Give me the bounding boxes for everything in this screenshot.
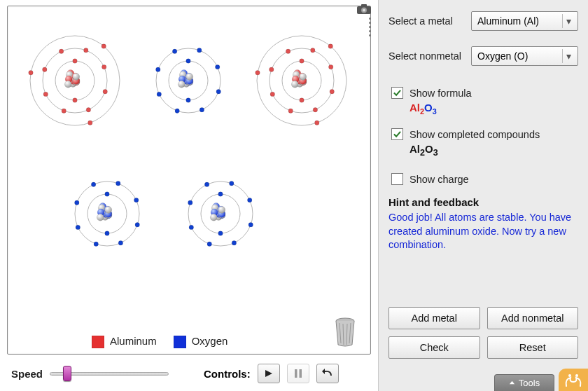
svg-point-38 (197, 48, 202, 53)
check-icon (393, 130, 401, 138)
svg-point-18 (88, 121, 92, 125)
svg-point-57 (178, 81, 185, 88)
select-nonmetal-value: Oxygen (O) (477, 50, 528, 62)
svg-point-35 (186, 59, 190, 63)
svg-point-74 (315, 121, 319, 125)
svg-rect-1 (361, 4, 367, 7)
simulation-stage[interactable]: Aluminum Oxygen (7, 6, 371, 355)
check-icon (393, 89, 401, 97)
legend-swatch-metal (92, 336, 104, 348)
svg-point-31 (64, 81, 71, 88)
svg-point-97 (118, 241, 122, 245)
svg-point-3 (363, 9, 365, 12)
legend-nonmetal-label: Oxygen (192, 335, 228, 347)
svg-point-43 (157, 92, 161, 96)
hint-text: Good job! All atoms are stable. You have… (388, 211, 578, 252)
pause-button[interactable] (287, 364, 309, 383)
atom-oxygen[interactable] (72, 179, 142, 249)
svg-point-17 (102, 44, 106, 48)
svg-point-125 (189, 225, 193, 229)
svg-point-126 (188, 200, 192, 205)
svg-point-123 (232, 241, 236, 245)
svg-point-14 (43, 67, 47, 71)
chevron-down-icon: ▾ (562, 14, 575, 28)
svg-point-6 (73, 98, 77, 102)
rewind-button[interactable] (316, 364, 339, 383)
atom-aluminum[interactable] (27, 33, 122, 128)
svg-point-87 (291, 81, 298, 88)
svg-point-15 (59, 49, 63, 53)
svg-point-59 (186, 73, 193, 80)
svg-point-139 (210, 214, 217, 221)
formula-display: Al2O3 (410, 102, 578, 116)
svg-point-92 (105, 231, 109, 235)
controls-label: Controls: (204, 368, 251, 380)
svg-point-42 (175, 109, 179, 113)
svg-point-117 (218, 192, 223, 196)
svg-point-45 (172, 49, 176, 53)
svg-point-121 (248, 198, 252, 202)
play-button[interactable] (258, 364, 280, 383)
svg-point-8 (84, 48, 88, 53)
atom-oxygen[interactable] (186, 179, 255, 249)
svg-point-101 (91, 182, 95, 186)
svg-point-68 (288, 109, 293, 113)
svg-point-39 (216, 64, 220, 69)
svg-point-127 (204, 182, 209, 186)
svg-point-10 (103, 90, 107, 94)
svg-point-33 (73, 73, 80, 80)
svg-point-12 (62, 109, 66, 113)
svg-point-122 (248, 223, 253, 227)
svg-point-124 (207, 242, 211, 246)
reset-button[interactable]: Reset (487, 336, 579, 359)
select-metal-value: Aluminum (Al) (477, 15, 539, 27)
svg-point-141 (218, 206, 225, 213)
svg-point-100 (75, 200, 79, 205)
svg-point-95 (134, 198, 139, 202)
svg-point-75 (255, 71, 260, 75)
svg-point-91 (105, 192, 109, 196)
svg-point-115 (105, 206, 112, 213)
compound-display: Al2O3 (410, 143, 578, 158)
add-nonmetal-button[interactable]: Add nonmetal (487, 307, 579, 329)
undo-icon (322, 369, 333, 378)
svg-point-36 (186, 98, 190, 102)
svg-point-99 (76, 225, 80, 229)
check-button[interactable]: Check (388, 336, 480, 359)
snapshot-icon[interactable] (356, 4, 372, 15)
show-compounds-label: Show completed compounds (410, 129, 540, 140)
select-nonmetal-label: Select nonmetal (388, 50, 467, 62)
select-metal-dropdown[interactable]: Aluminum (Al) ▾ (471, 11, 578, 31)
select-nonmetal-dropdown[interactable]: Oxygen (O) ▾ (471, 46, 578, 66)
svg-point-5 (73, 59, 77, 63)
atom-aluminum[interactable] (254, 33, 349, 128)
svg-point-149 (568, 374, 571, 377)
show-charge-label: Show charge (410, 174, 469, 185)
show-charge-checkbox[interactable]: Show charge (391, 173, 578, 185)
show-formula-checkbox[interactable]: Show formula (391, 87, 578, 99)
speed-slider[interactable] (50, 367, 169, 380)
atom-oxygen[interactable] (153, 46, 223, 116)
tools-tab[interactable]: Tools (494, 374, 554, 391)
svg-point-67 (313, 108, 317, 112)
svg-point-98 (94, 242, 98, 246)
svg-point-70 (270, 67, 274, 71)
legend-metal-label: Aluminum (110, 335, 157, 347)
svg-point-113 (97, 214, 104, 221)
legend: Aluminum Oxygen (92, 335, 227, 348)
pause-icon (295, 369, 302, 378)
trash-icon[interactable] (332, 317, 358, 350)
svg-point-96 (135, 223, 139, 227)
svg-point-19 (29, 71, 33, 75)
svg-point-71 (286, 49, 290, 53)
legend-swatch-nonmetal (174, 336, 186, 348)
add-metal-button[interactable]: Add metal (388, 307, 480, 329)
show-compounds-checkbox[interactable]: Show completed compounds (391, 128, 578, 140)
hint-title: Hint and feedback (388, 196, 578, 208)
svg-rect-147 (295, 369, 298, 378)
svg-point-89 (300, 73, 307, 80)
show-formula-label: Show formula (410, 88, 472, 99)
svg-point-41 (200, 108, 204, 112)
play-icon (265, 369, 273, 378)
svg-point-11 (86, 108, 90, 112)
